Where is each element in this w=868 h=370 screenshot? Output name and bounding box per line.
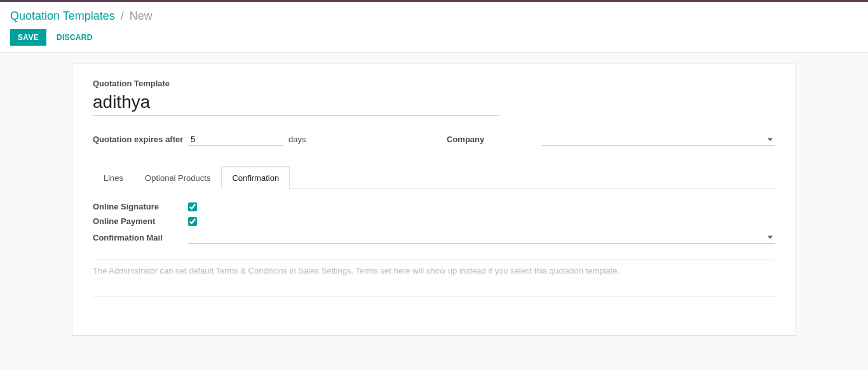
discard-button[interactable]: DISCARD <box>54 29 95 46</box>
expires-field: Quotation expires after days <box>93 133 421 146</box>
breadcrumb: Quotation Templates / New <box>10 10 858 23</box>
confirmation-mail-select[interactable] <box>188 231 775 244</box>
main-container: Quotation Template Quotation expires aft… <box>0 53 868 346</box>
breadcrumb-separator: / <box>121 10 124 22</box>
breadcrumb-current: New <box>130 10 153 22</box>
online-payment-label: Online Payment <box>93 216 188 226</box>
tabs: Lines Optional Products Confirmation <box>93 166 775 189</box>
expires-label: Quotation expires after <box>93 135 188 144</box>
tab-confirmation[interactable]: Confirmation <box>221 166 290 189</box>
tab-content-confirmation: Online Signature Online Payment Confirma… <box>93 189 775 315</box>
tab-optional-products[interactable]: Optional Products <box>134 166 221 189</box>
tab-lines[interactable]: Lines <box>93 166 134 189</box>
template-name-input[interactable] <box>93 89 499 116</box>
terms-block <box>93 259 775 297</box>
template-name-label: Quotation Template <box>93 79 775 88</box>
expires-unit: days <box>288 135 306 144</box>
page-header: Quotation Templates / New SAVE DISCARD <box>0 2 868 53</box>
online-payment-row: Online Payment <box>93 214 775 228</box>
online-signature-label: Online Signature <box>93 202 188 211</box>
company-label: Company <box>447 135 542 144</box>
company-select[interactable] <box>542 133 775 146</box>
toolbar: SAVE DISCARD <box>10 29 858 46</box>
online-signature-row: Online Signature <box>93 199 775 214</box>
breadcrumb-parent-link[interactable]: Quotation Templates <box>10 10 115 22</box>
save-button[interactable]: SAVE <box>10 29 46 46</box>
company-field: Company <box>447 133 775 146</box>
confirmation-mail-label: Confirmation Mail <box>93 233 188 242</box>
terms-textarea[interactable] <box>93 265 775 289</box>
online-signature-checkbox[interactable] <box>188 202 197 211</box>
form-sheet: Quotation Template Quotation expires aft… <box>72 63 796 336</box>
expires-input[interactable] <box>188 133 283 146</box>
confirmation-mail-row: Confirmation Mail <box>93 228 775 246</box>
online-payment-checkbox[interactable] <box>188 217 197 226</box>
